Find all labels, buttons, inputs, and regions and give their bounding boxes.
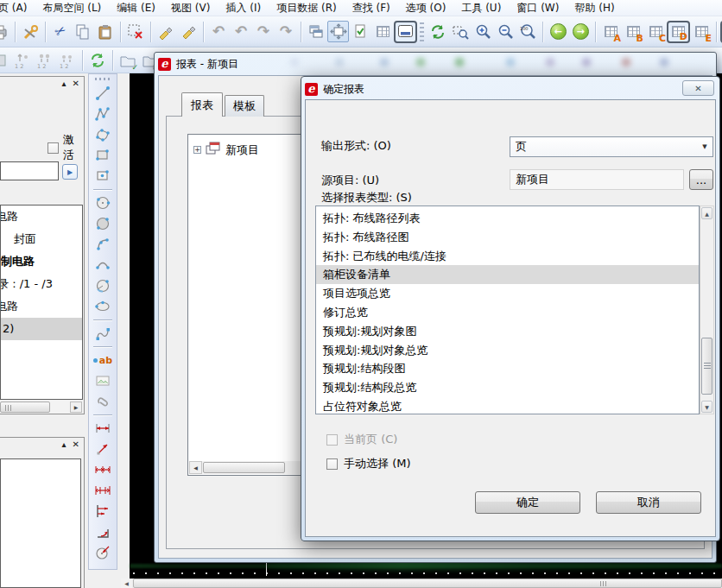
menu-help[interactable]: 帮助 (H) [567, 1, 622, 16]
tab-reports[interactable]: 报表 [181, 92, 223, 117]
format-paint-icon[interactable] [155, 21, 177, 43]
zoom-100-icon[interactable]: 100 [516, 21, 539, 43]
arc-3point-tool-icon[interactable] [92, 255, 114, 275]
grid-table-icon[interactable] [371, 21, 394, 43]
activate-checkbox[interactable] [48, 142, 59, 154]
scheme-a-icon[interactable]: A [599, 21, 622, 43]
report-type-item[interactable]: 占位符对象总览 [316, 397, 699, 414]
scheme-d-icon[interactable]: D [667, 21, 690, 43]
list-item[interactable]: 封面 [1, 228, 82, 250]
browse-button[interactable]: ... [689, 169, 713, 190]
report-type-item[interactable]: 拓扑: 布线路径列表 [316, 209, 699, 228]
report-type-item[interactable]: 预规划:结构段总览 [316, 378, 699, 397]
document-check-icon[interactable] [349, 21, 371, 43]
menu-edit[interactable]: 编辑 (E) [109, 1, 163, 16]
dimension-radius-icon[interactable] [92, 542, 114, 563]
text-tool-icon[interactable]: ab [92, 350, 114, 370]
report-list-scrollbar[interactable]: ▲ ▼ [700, 205, 714, 414]
panel-close-icon[interactable]: ✕ [73, 79, 79, 88]
close-button[interactable]: ✕ [682, 80, 714, 96]
print-icon[interactable] [0, 21, 11, 43]
paste-icon[interactable] [94, 21, 117, 43]
connector-tool-icon[interactable] [92, 323, 114, 344]
scroll-down-icon[interactable]: ▼ [701, 401, 712, 413]
scrollbar-thumb[interactable] [0, 401, 50, 413]
cut-icon[interactable]: ✂ [49, 21, 72, 43]
tab-templates[interactable]: 模板 [225, 95, 264, 117]
scrollbar-thumb[interactable] [203, 462, 285, 473]
arrange-windows-icon[interactable] [327, 21, 349, 42]
scheme-b-icon[interactable]: B [622, 21, 644, 43]
tree-horizontal-scrollbar[interactable]: ◀ [189, 461, 301, 474]
scroll-left-icon[interactable]: ◀ [121, 579, 132, 588]
numbering-icon-1[interactable]: 1 2 [11, 49, 34, 72]
manual-selection-checkbox[interactable] [326, 458, 338, 470]
numbering-icon-3[interactable]: 1 2 [56, 49, 79, 72]
report-type-item[interactable]: 修订总览 [316, 303, 699, 322]
menu-insert[interactable]: 插入 (I) [218, 1, 269, 16]
dimension-chain2-icon[interactable] [92, 480, 114, 501]
report-type-item[interactable]: 拓扑: 布线路径图 [316, 228, 699, 247]
circle-tool-icon[interactable] [92, 193, 114, 213]
apply-filter-button[interactable]: ▶ [62, 164, 78, 180]
menu-view[interactable]: 视图 (V) [163, 1, 218, 16]
zoom-in-icon[interactable] [472, 21, 494, 43]
dimension-linear-icon[interactable] [92, 418, 114, 439]
image-tool-icon[interactable] [92, 370, 114, 391]
dimension-chain-icon[interactable] [92, 459, 114, 480]
source-project-field[interactable]: 新项目 [510, 169, 684, 190]
menu-options[interactable]: 选项 (O) [398, 1, 454, 16]
tree-expander-icon[interactable]: + [193, 146, 201, 154]
rectangle-tool-icon[interactable] [92, 145, 114, 166]
scroll-left-icon[interactable]: ◀ [189, 461, 202, 474]
hyperlink-tool-icon[interactable] [92, 391, 114, 412]
scrollbar-thumb[interactable] [133, 579, 722, 588]
report-type-item[interactable]: 预规划:规划对象图 [316, 322, 699, 341]
panel-close-icon[interactable]: ✕ [73, 440, 79, 449]
settings-tools-icon[interactable] [19, 21, 41, 43]
line-tool-icon[interactable] [92, 83, 114, 104]
menu-page[interactable]: 页 (A) [0, 1, 35, 16]
filter-input[interactable] [0, 161, 59, 180]
menu-layout-space[interactable]: 布局空间 (L) [35, 1, 109, 16]
scroll-right-icon[interactable]: ▶ [70, 401, 82, 413]
forward-icon[interactable]: → [569, 21, 592, 43]
panel-collapse-icon[interactable]: ▴ [62, 79, 66, 88]
panel-horizontal-scrollbar[interactable]: ▶ [0, 401, 83, 414]
copy-icon[interactable] [72, 21, 94, 43]
report-type-item[interactable]: 拓扑: 已布线的电缆/连接 [316, 247, 699, 266]
list-item[interactable]: 录 : /1 - /3 [0, 273, 82, 295]
refresh-icon[interactable] [427, 21, 449, 43]
undo-list-icon[interactable]: ↶ [230, 21, 252, 43]
report-type-item[interactable]: 项目选项总览 [316, 284, 699, 303]
list-item-selected[interactable]: 2) [1, 318, 82, 340]
report-type-item[interactable]: 预规划:结构段图 [316, 359, 699, 378]
arc-tool-icon[interactable] [92, 234, 114, 255]
redo-icon[interactable]: ↷ [252, 21, 275, 43]
update-reports-icon[interactable] [86, 49, 109, 72]
circle-fill-tool-icon[interactable] [92, 213, 114, 234]
cancel-button[interactable]: 取消 [596, 491, 701, 514]
list-item[interactable]: 制电路 [0, 250, 82, 273]
menu-find[interactable]: 查找 (F) [345, 1, 398, 16]
dimension-aligned-icon[interactable] [92, 439, 114, 459]
report-type-item-selected[interactable]: 箱柜设备清单 [316, 265, 699, 284]
sector-tool-icon[interactable] [92, 275, 114, 296]
device-icon[interactable] [0, 49, 11, 72]
dimension-baseline-icon[interactable] [92, 501, 114, 522]
scheme-e-icon[interactable]: E [690, 21, 712, 43]
project-check-icon[interactable]: ✓ [117, 49, 139, 72]
scrollbar-thumb[interactable] [701, 338, 712, 395]
menu-tools[interactable]: 工具 (U) [453, 1, 509, 16]
panel-collapse-icon[interactable]: ▴ [62, 440, 66, 449]
polygon-tool-icon[interactable] [92, 124, 114, 145]
ok-button[interactable]: 确定 [475, 491, 580, 514]
workspace-monitor-icon[interactable] [394, 21, 417, 43]
undo-icon[interactable]: ↶ [207, 21, 230, 43]
scroll-up-icon[interactable]: ▲ [701, 207, 712, 219]
polyline-tool-icon[interactable] [92, 104, 114, 124]
back-icon[interactable]: ← [547, 21, 569, 43]
report-type-item[interactable]: 预规划:规划对象总览 [316, 341, 699, 360]
ellipse-tool-icon[interactable] [92, 296, 114, 317]
canvas-horizontal-scrollbar[interactable]: ◀ [121, 579, 722, 588]
